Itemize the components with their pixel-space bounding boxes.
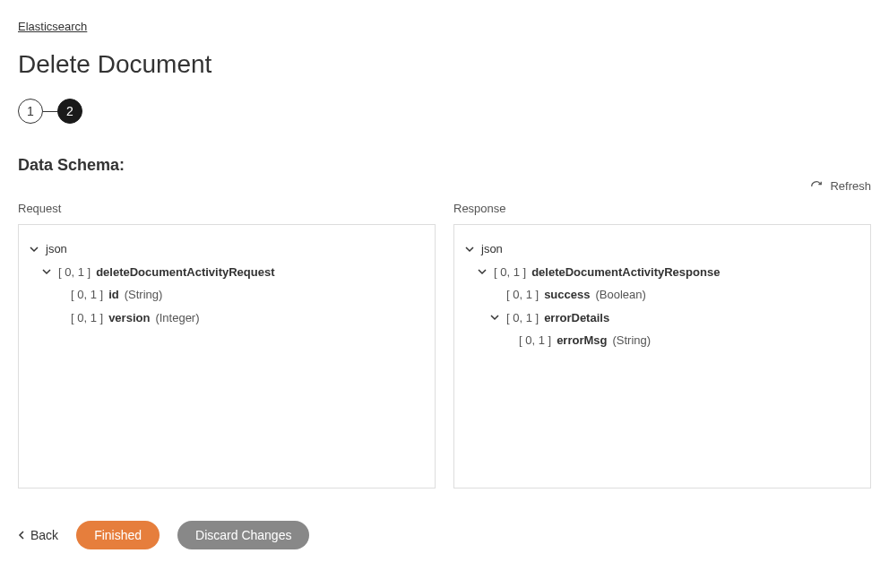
node-name: version bbox=[108, 309, 150, 327]
chevron-down-icon[interactable] bbox=[28, 245, 40, 254]
node-type: (String) bbox=[125, 286, 163, 304]
stepper: 1 2 bbox=[18, 99, 871, 124]
tree-node-success[interactable]: [ 0, 1 ] success (Boolean) bbox=[463, 283, 861, 307]
node-type: (String) bbox=[613, 332, 652, 350]
cardinality: [ 0, 1 ] bbox=[506, 309, 539, 327]
breadcrumb-link[interactable]: Elasticsearch bbox=[18, 20, 87, 33]
tree-node-error-msg[interactable]: [ 0, 1 ] errorMsg (String) bbox=[463, 329, 861, 352]
cardinality: [ 0, 1 ] bbox=[494, 264, 526, 281]
finished-button[interactable]: Finished bbox=[76, 521, 160, 549]
chevron-left-icon bbox=[18, 531, 25, 540]
cardinality: [ 0, 1 ] bbox=[519, 332, 551, 350]
cardinality: [ 0, 1 ] bbox=[71, 309, 103, 327]
response-label: Response bbox=[453, 202, 871, 215]
discard-button[interactable]: Discard Changes bbox=[177, 521, 309, 549]
node-name: deleteDocumentActivityRequest bbox=[96, 264, 274, 281]
page-title: Delete Document bbox=[18, 50, 871, 79]
request-schema-box: json [ 0, 1 ] deleteDocumentActivityRequ… bbox=[18, 224, 436, 489]
tree-node-error-details[interactable]: [ 0, 1 ] errorDetails bbox=[463, 307, 861, 330]
node-name: deleteDocumentActivityResponse bbox=[531, 264, 720, 281]
refresh-icon bbox=[810, 180, 823, 193]
section-title: Data Schema: bbox=[18, 156, 871, 175]
request-label: Request bbox=[18, 202, 436, 215]
refresh-button[interactable]: Refresh bbox=[810, 179, 871, 193]
tree-node-response-main[interactable]: [ 0, 1 ] deleteDocumentActivityResponse bbox=[463, 261, 861, 284]
tree-node-version[interactable]: [ 0, 1 ] version (Integer) bbox=[28, 307, 426, 330]
response-schema-box: json [ 0, 1 ] deleteDocumentActivityResp… bbox=[453, 224, 871, 489]
chevron-down-icon[interactable] bbox=[488, 313, 501, 322]
tree-node-json[interactable]: json bbox=[28, 238, 426, 261]
node-label: json bbox=[481, 240, 503, 258]
cardinality: [ 0, 1 ] bbox=[71, 286, 103, 304]
step-1[interactable]: 1 bbox=[18, 99, 43, 124]
tree-node-id[interactable]: [ 0, 1 ] id (String) bbox=[28, 283, 426, 307]
step-2[interactable]: 2 bbox=[57, 99, 82, 124]
chevron-down-icon[interactable] bbox=[463, 245, 476, 254]
back-label: Back bbox=[30, 528, 58, 542]
cardinality: [ 0, 1 ] bbox=[58, 264, 91, 281]
back-button[interactable]: Back bbox=[18, 528, 58, 542]
tree-node-request-main[interactable]: [ 0, 1 ] deleteDocumentActivityRequest bbox=[28, 261, 426, 284]
node-name: errorMsg bbox=[557, 332, 607, 350]
node-label: json bbox=[46, 240, 67, 258]
tree-node-json[interactable]: json bbox=[463, 238, 861, 261]
node-name: success bbox=[544, 286, 590, 304]
chevron-down-icon[interactable] bbox=[40, 267, 53, 276]
cardinality: [ 0, 1 ] bbox=[506, 286, 539, 304]
node-name: errorDetails bbox=[544, 309, 609, 327]
step-connector bbox=[43, 111, 57, 112]
node-type: (Integer) bbox=[155, 309, 199, 327]
node-type: (Boolean) bbox=[595, 286, 645, 304]
refresh-label: Refresh bbox=[830, 179, 871, 193]
chevron-down-icon[interactable] bbox=[476, 267, 488, 276]
node-name: id bbox=[108, 286, 119, 304]
